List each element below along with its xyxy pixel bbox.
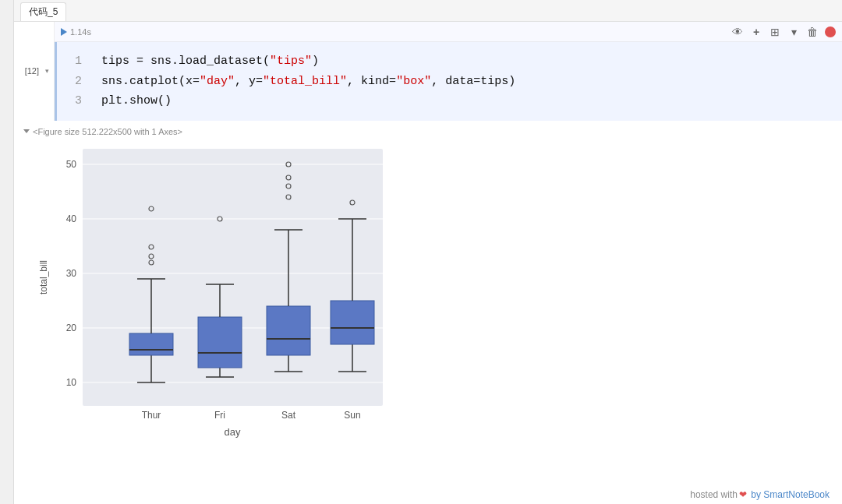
footer-text-before: hosted with [690,489,738,500]
tab-bar: 代码_5 [14,0,842,22]
footer-heart-icon: ❤ [739,489,747,500]
output-chevron-icon [23,129,30,133]
figure-label: <Figure size 512.222x500 with 1 Axes> [33,127,182,136]
main-content: 代码_5 [12] ▾ 1.14s 👁 + ⊞ ▾ [14,0,842,504]
cell-num-label: [12] ▾ [14,22,55,121]
tab-label[interactable]: 代码_5 [20,2,66,21]
footer: hosted with ❤ by SmartNoteBook [14,485,842,504]
footer-text-after: by SmartNoteBook [748,489,830,500]
svg-text:40: 40 [66,213,77,224]
svg-text:Sun: Sun [344,410,360,421]
chevron-icon: ▾ [45,67,49,75]
run-button[interactable]: 1.14s [61,27,91,37]
play-icon [61,28,67,36]
red-dot-indicator [825,26,836,37]
output-area: <Figure size 512.222x500 with 1 Axes> 10 [14,121,842,454]
code-text-1b: ) [312,55,319,68]
svg-text:day: day [225,426,241,438]
svg-rect-32 [267,306,310,355]
svg-rect-14 [129,333,173,355]
code-line-3: 3 plt.show() [69,91,830,111]
svg-text:50: 50 [66,159,77,170]
box-plot-svg: 10 20 30 40 50 total_bill [36,141,394,445]
code-line-2: 2 sns.catplot(x="day", y="total_bill", k… [69,72,830,92]
eye-icon[interactable]: 👁 [731,26,744,38]
code-string-2a: "day" [200,75,235,88]
svg-text:total_bill: total_bill [38,259,49,294]
line-num-2: 2 [69,72,82,92]
add-icon[interactable]: + [750,26,762,38]
svg-text:Thur: Thur [142,410,161,421]
chart-container: 10 20 30 40 50 total_bill [36,141,842,448]
code-string-2b: "total_bill" [263,75,347,88]
svg-rect-43 [331,301,374,344]
svg-text:30: 30 [66,268,77,279]
svg-text:20: 20 [66,322,77,333]
settings-icon[interactable]: ⊞ [769,26,781,38]
output-label: <Figure size 512.222x500 with 1 Axes> [23,127,842,136]
line-num-3: 3 [69,91,82,111]
code-string-2c: "box" [396,75,431,88]
code-text-3: plt.show() [101,94,172,107]
svg-rect-24 [198,317,242,368]
svg-text:Sat: Sat [281,410,296,421]
code-text-2c: , kind= [347,75,396,88]
cell-toolbar-right: 👁 + ⊞ ▾ 🗑 [731,26,836,38]
line-num-1: 1 [69,51,82,72]
code-text-2d: , data=tips) [431,75,515,88]
code-text-2b: , y= [235,75,263,88]
code-line-1: 1 tips = sns.load_dataset("tips") [69,51,830,72]
cell-toolbar-left: 1.14s [61,27,91,37]
code-text-2a: sns.catplot(x= [101,75,200,88]
code-string-1: "tips" [270,55,312,68]
settings-dropdown-icon[interactable]: ▾ [787,26,800,38]
code-cell[interactable]: 1 tips = sns.load_dataset("tips") 2 sns.… [55,42,842,121]
svg-text:10: 10 [66,377,77,388]
execution-time: 1.14s [70,27,91,37]
trash-icon[interactable]: 🗑 [806,26,819,38]
cell-toolbar: 1.14s 👁 + ⊞ ▾ 🗑 [55,22,842,42]
cell-number: [12] [25,66,39,76]
cell-number-container: [12] ▾ 1.14s 👁 + ⊞ ▾ 🗑 [14,22,842,121]
left-sidebar [0,0,14,504]
code-text-1: tips = sns.load_dataset( [101,55,270,68]
svg-text:Fri: Fri [214,410,225,421]
